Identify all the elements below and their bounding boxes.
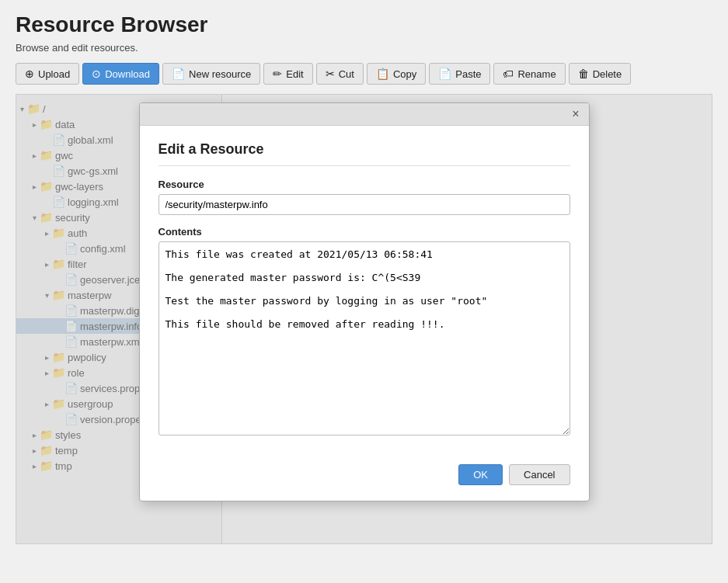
resource-label: Resource bbox=[158, 179, 570, 190]
cut-button[interactable]: ✂ Cut bbox=[316, 63, 364, 85]
edit-button[interactable]: ✏ Edit bbox=[263, 63, 312, 85]
edit-dialog: × Edit a Resource Resource Contents OK C bbox=[139, 102, 590, 501]
dialog-body: Edit a Resource Resource Contents bbox=[140, 126, 589, 464]
toolbar: ⊕ Upload ⊙ Download 📄 New resource ✏ Edi… bbox=[16, 63, 712, 85]
new-resource-icon: 📄 bbox=[172, 68, 185, 80]
ok-button[interactable]: OK bbox=[458, 464, 503, 485]
page-title: Resource Browser bbox=[16, 12, 712, 37]
rename-icon: 🏷 bbox=[503, 68, 514, 80]
download-icon: ⊙ bbox=[92, 68, 101, 80]
dialog-header: × bbox=[140, 103, 589, 126]
cancel-button[interactable]: Cancel bbox=[509, 464, 570, 485]
paste-label: Paste bbox=[455, 68, 481, 80]
new-resource-button[interactable]: 📄 New resource bbox=[162, 63, 260, 85]
page-wrapper: Resource Browser Browse and edit resourc… bbox=[0, 0, 728, 557]
dialog-title: Edit a Resource bbox=[158, 141, 570, 166]
rename-button[interactable]: 🏷 Rename bbox=[493, 63, 565, 85]
download-label: Download bbox=[105, 68, 150, 80]
dialog-overlay: × Edit a Resource Resource Contents OK C bbox=[16, 95, 712, 543]
page-subtitle: Browse and edit resources. bbox=[16, 42, 712, 54]
resource-input[interactable] bbox=[158, 194, 570, 215]
contents-textarea[interactable] bbox=[158, 241, 570, 436]
delete-button[interactable]: 🗑 Delete bbox=[569, 63, 632, 85]
resource-field-group: Resource bbox=[158, 179, 570, 215]
paste-button[interactable]: 📄 Paste bbox=[429, 63, 490, 85]
edit-label: Edit bbox=[286, 68, 303, 80]
paste-icon: 📄 bbox=[438, 68, 451, 80]
download-button[interactable]: ⊙ Download bbox=[82, 63, 159, 85]
copy-label: Copy bbox=[393, 68, 416, 80]
delete-label: Delete bbox=[593, 68, 622, 80]
cut-icon: ✂ bbox=[326, 68, 335, 80]
rename-label: Rename bbox=[517, 68, 556, 80]
new-resource-label: New resource bbox=[189, 68, 251, 80]
contents-label: Contents bbox=[158, 226, 570, 238]
dialog-footer: OK Cancel bbox=[140, 464, 589, 501]
dialog-close-button[interactable]: × bbox=[570, 108, 580, 120]
edit-icon: ✏ bbox=[273, 68, 282, 80]
copy-button[interactable]: 📋 Copy bbox=[367, 63, 426, 85]
delete-icon: 🗑 bbox=[578, 68, 589, 80]
cut-label: Cut bbox=[339, 68, 354, 80]
upload-icon: ⊕ bbox=[25, 68, 34, 80]
upload-button[interactable]: ⊕ Upload bbox=[16, 63, 79, 85]
contents-field-group: Contents bbox=[158, 226, 570, 438]
copy-icon: 📋 bbox=[376, 68, 389, 80]
main-area: ▾📁/▸📁data📄global.xml▸📁gwc📄gwc-gs.xml▸📁gw… bbox=[16, 94, 712, 544]
upload-label: Upload bbox=[38, 68, 70, 80]
